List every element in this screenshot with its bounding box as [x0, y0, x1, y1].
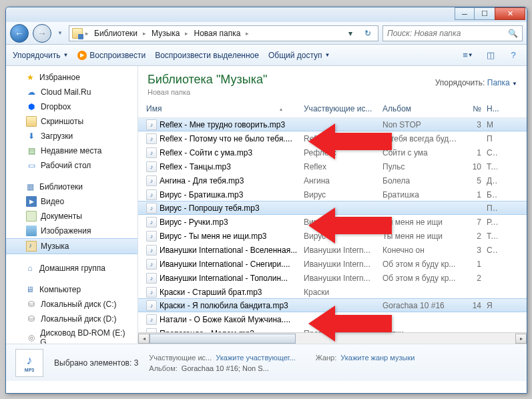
file-artist: Reflex [301, 134, 380, 143]
mp3-icon: ♪ [146, 119, 157, 130]
sidebar-item-recent[interactable]: ▤Недавние места [6, 143, 138, 158]
file-track-num: 1 [461, 148, 484, 157]
play-selection-button[interactable]: Воспроизвести выделенное [155, 51, 259, 60]
file-last: П [484, 134, 497, 143]
sidebar-favorites[interactable]: ★Избранное [6, 70, 138, 85]
explorer-window: ─ ☐ ✕ ← → ▼ ▸ Библиотеки ▸ Музыка ▸ Нова… [5, 7, 527, 394]
file-row[interactable]: ♪Ангина - Для тебя.mp3АнгинаБолела5Д... [138, 173, 527, 187]
sidebar-item-dropbox[interactable]: ⬢Dropbox [6, 99, 138, 114]
details-album-label: Альбом: [149, 364, 178, 372]
file-artist: Иванушки Intern... [301, 260, 380, 269]
minimize-button[interactable]: ─ [455, 7, 475, 20]
col-album[interactable]: Альбом [380, 103, 461, 115]
maximize-button[interactable]: ☐ [475, 7, 495, 20]
file-name: Вирус - Ты меня не ищи.mp3 [160, 232, 267, 241]
file-row[interactable]: ♪Иванушки International - Тополин...Иван… [138, 271, 527, 285]
sidebar-item-images[interactable]: Изображения [6, 224, 138, 238]
view-options-button[interactable]: ≡ ▼ [461, 49, 475, 62]
file-row[interactable]: ♪Натали - О Боже Какой Мужчина.... [138, 312, 527, 326]
sidebar-item-disk-d[interactable]: ⛁Локальный диск (D:) [6, 312, 138, 326]
bd-icon: ◎ [26, 332, 36, 343]
play-button[interactable]: ▶ Воспроизвести [77, 51, 146, 60]
col-artist[interactable]: Участвующие ис... [301, 103, 380, 115]
col-name[interactable]: Имя▴ [144, 103, 301, 115]
chevron-down-icon: ▼ [325, 52, 330, 58]
forward-button[interactable]: → [33, 24, 51, 43]
file-artist: Краски [301, 288, 380, 297]
file-name: Иванушки International - Тополин... [160, 274, 288, 283]
file-row[interactable]: ♪Вирус - Попрошу тебя.mp3П... [138, 201, 527, 215]
close-button[interactable]: ✕ [495, 7, 525, 20]
share-menu[interactable]: Общий доступ▼ [268, 51, 330, 60]
col-number[interactable]: № [461, 103, 484, 115]
sidebar-homegroup[interactable]: ⌂Домашняя группа [6, 261, 138, 276]
sidebar-item-desktop[interactable]: ▭Рабочий стол [6, 158, 138, 173]
organize-menu[interactable]: Упорядочить▼ [13, 51, 68, 60]
sidebar-item-screenshots[interactable]: Скриншоты [6, 114, 138, 129]
file-row[interactable]: ♪Reflex - Сойти с ума.mp3РефлексСойти с … [138, 145, 527, 159]
library-header: Библиотека "Музыка" Новая папка Упорядоч… [138, 66, 527, 100]
help-button[interactable]: ? [507, 49, 520, 62]
file-row[interactable]: ♪Reflex - Потому что не было тебя....Ref… [138, 131, 527, 145]
file-row[interactable]: ♪Вирус - Ты меня не ищи.mp3ВирусТы меня … [138, 229, 527, 243]
file-last: Т... [484, 162, 497, 171]
arrange-by-menu[interactable]: Упорядочить: Папка ▼ [435, 78, 517, 87]
refresh-button[interactable]: ↻ [360, 26, 375, 41]
file-row[interactable]: ♪Reflex - Танцы.mp3ReflexПульс10Т... [138, 159, 527, 173]
sidebar-item-video[interactable]: ▶Видео [6, 194, 138, 209]
sort-asc-icon: ▴ [280, 106, 282, 112]
file-row[interactable]: ♪Пропаганда - Мелом.mp3ПропагандаДетки [138, 326, 527, 332]
search-input[interactable] [387, 29, 508, 38]
sidebar-item-downloads[interactable]: ⬇Загрузки [6, 129, 138, 143]
sidebar-item-cloud[interactable]: ☁Cloud Mail.Ru [6, 85, 138, 99]
address-bar[interactable]: ▸ Библиотеки ▸ Музыка ▸ Новая папка ▸ ▾ … [69, 25, 378, 41]
file-row[interactable]: ♪Краски - Старший брат.mp3Краски [138, 285, 527, 299]
file-album: Я тебя всегда буду ... [380, 134, 461, 143]
scroll-thumb[interactable] [150, 334, 296, 344]
file-row[interactable]: ♪Вирус - Братишка.mp3ВирусБратишка1Б... [138, 187, 527, 202]
file-row[interactable]: ♪Иванушки International - Снегири....Ива… [138, 257, 527, 271]
chevron-right-icon: ▸ [246, 30, 249, 37]
details-artist-value[interactable]: Укажите участвующег... [216, 354, 295, 362]
breadcrumb-item[interactable]: Библиотеки [91, 27, 140, 39]
play-icon: ▶ [77, 51, 87, 60]
sidebar-item-music[interactable]: Музыка [6, 238, 138, 254]
scroll-track[interactable] [150, 334, 515, 344]
details-genre-value[interactable]: Укажите жанр музыки [340, 354, 415, 362]
chevron-right-icon: ▸ [143, 30, 146, 37]
chevron-down-icon: ▼ [512, 81, 517, 87]
sidebar-item-disk-c[interactable]: ⛁Локальный диск (C:) [6, 297, 138, 312]
file-row[interactable]: ♪Иванушки International - Вселенная...Ив… [138, 243, 527, 257]
folder-icon [26, 116, 37, 127]
file-name: Пропаганда - Мелом.mp3 [160, 329, 254, 333]
sidebar-item-documents[interactable]: Документы [6, 209, 138, 224]
recent-icon: ▤ [26, 145, 37, 156]
scroll-right-button[interactable]: ▸ [515, 334, 527, 344]
horizontal-scrollbar[interactable]: ◂ ▸ [138, 332, 527, 344]
file-row[interactable]: ♪Reflex - Мне трудно говорить.mp3Non STO… [138, 118, 527, 131]
file-track-num: 7 [461, 218, 484, 227]
file-last: М [484, 120, 497, 129]
file-name: Reflex - Мне трудно говорить.mp3 [160, 120, 285, 129]
scroll-left-button[interactable]: ◂ [138, 334, 150, 344]
file-album: Сойти с ума [380, 148, 461, 157]
file-artist: Вирус [301, 218, 380, 227]
file-row[interactable]: ♪Вирус - Ручки.mp3ВирусТы меня не ищи7Р.… [138, 215, 527, 229]
address-dropdown[interactable]: ▾ [343, 26, 358, 41]
breadcrumb-item[interactable]: Музыка [149, 27, 182, 39]
search-box[interactable]: 🔍 [382, 25, 523, 41]
details-album-value[interactable]: Gorachaa 10 #16; Non S... [182, 364, 269, 372]
sidebar-item-bd-rom[interactable]: ◎Дисковод BD-ROM (E:) G [6, 326, 138, 344]
file-track-num: 3 [461, 246, 484, 255]
details-title: Выбрано элементов: 3 [54, 358, 138, 368]
col-last[interactable]: Н... [484, 103, 497, 115]
preview-pane-button[interactable]: ◫ [484, 49, 497, 62]
history-dropdown[interactable]: ▼ [55, 27, 65, 40]
titlebar[interactable]: ─ ☐ ✕ [6, 7, 527, 22]
sidebar-libraries[interactable]: ▦Библиотеки [6, 179, 138, 194]
sidebar-computer[interactable]: 🖥Компьютер [6, 282, 138, 297]
file-list[interactable]: ♪Reflex - Мне трудно говорить.mp3Non STO… [138, 118, 527, 332]
file-row[interactable]: ♪Краски - Я полюбила бандита.mp3Gorachaa… [138, 298, 527, 312]
back-button[interactable]: ← [10, 24, 29, 43]
breadcrumb-item[interactable]: Новая папка [191, 27, 243, 39]
